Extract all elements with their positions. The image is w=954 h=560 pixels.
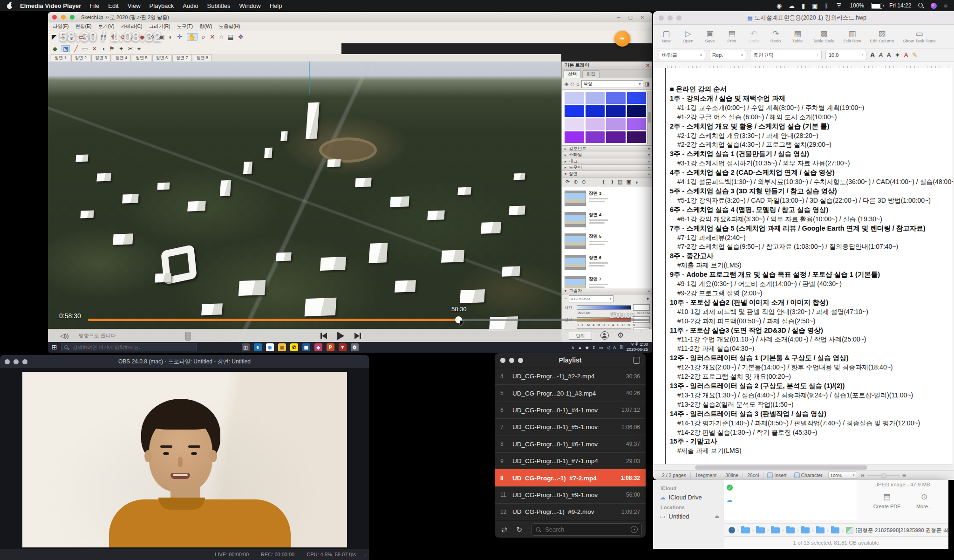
airplay-icon[interactable] <box>600 331 609 340</box>
keyboard-status-icon[interactable]: ▣ <box>812 2 818 9</box>
webcam-preview[interactable] <box>22 372 347 547</box>
sketchup-tool-icon[interactable]: ◆ <box>53 46 57 52</box>
obs-window[interactable]: OBS 24.0.8 (mac) - 프로파일: Untitled - 장면: … <box>0 355 369 560</box>
units-box[interactable]: 단위 <box>569 332 592 340</box>
playlist-row[interactable]: 11 UD_CG-Progr...0-1)_#9-1.mov 56:00 <box>495 486 646 503</box>
playlist-search-field[interactable]: ▾ <box>532 523 642 536</box>
bold-button[interactable]: A <box>870 51 875 59</box>
ime-korean-label[interactable]: 한 <box>619 344 624 350</box>
scene-tab[interactable]: 장면 1 <box>51 54 70 61</box>
sketchup-menu-item[interactable]: 카메라(C) <box>121 23 142 29</box>
styles-icon[interactable]: ❖ <box>238 34 244 40</box>
tray-section-collapsed[interactable]: ▸ 태그 ▾ <box>562 158 652 165</box>
menu-item[interactable]: Audio <box>183 2 198 9</box>
scene-list-item[interactable]: 장면 6 <box>565 253 650 275</box>
sketchup-tool-icon[interactable]: ⚑ <box>109 46 115 52</box>
hwp-toolbar-button[interactable]: ▣ Save <box>703 29 716 44</box>
close-icon[interactable] <box>52 15 57 20</box>
menu-item[interactable]: Playback <box>150 2 174 9</box>
apple-menu-icon[interactable] <box>7 2 13 9</box>
paint-sample-icon[interactable]: ◨ <box>645 81 650 87</box>
tray-section-collapsed[interactable]: ▸ 컴포넌트 ▾ <box>562 146 652 152</box>
wifi-icon[interactable] <box>835 3 843 8</box>
control-center-icon[interactable]: ≡ <box>944 2 947 9</box>
bookmark-status-icon[interactable]: ▮ <box>802 2 805 9</box>
refresh-scene-icon[interactable]: ⟳ <box>566 179 570 185</box>
zoom-slider[interactable] <box>867 475 899 476</box>
battery-icon[interactable] <box>871 3 882 9</box>
shuffle-icon[interactable]: ⇄ <box>501 526 507 534</box>
sketchup-tool-icon[interactable]: ✦ <box>119 46 124 52</box>
taskbar-app-icon[interactable]: ◆ <box>314 343 322 351</box>
taskbar-app-icon[interactable]: ▦ <box>302 343 310 351</box>
hwp-toolbar-button[interactable]: ↷ Redo <box>769 29 782 44</box>
paint-tool-icon[interactable]: ◐ <box>169 34 173 40</box>
scene-view-icon[interactable]: ◑ <box>635 179 638 185</box>
scene-tab[interactable]: 장면 2 <box>71 54 91 61</box>
folder-icon[interactable] <box>756 527 764 533</box>
playlist-row[interactable]: II UD_CG-Progr...-1)_#7-2.mp4 1:08:32 <box>495 469 646 486</box>
minimize-icon[interactable] <box>61 15 66 20</box>
sketchup-menu-item[interactable]: 파일(F) <box>53 23 68 29</box>
move-scene-left-icon[interactable]: ❨ <box>602 179 606 185</box>
sketchup-tool-icon[interactable]: ✂ <box>128 46 133 52</box>
scene-options-icon[interactable]: ▤ <box>618 179 622 185</box>
menu-bar-clock[interactable]: Fri 14:22 <box>889 2 911 9</box>
tray-tab-edit[interactable]: 편집 <box>582 70 600 78</box>
taskbar-app-icon[interactable]: P <box>327 343 334 351</box>
collapse-icon[interactable]: ▴ <box>648 289 650 293</box>
create-pdf-button[interactable]: ▤ Create PDF <box>873 492 900 509</box>
expand-icon[interactable]: ▾ <box>648 147 650 151</box>
playlist-window[interactable]: Playlist 4 UD_CG-Progr...-1)_#2-2.mp4 30… <box>495 353 646 538</box>
scene-tab[interactable]: 장면 4 <box>112 54 131 61</box>
seek-bar[interactable]: 58:30 <box>88 319 650 321</box>
zoom-extents-icon[interactable]: ✕ <box>210 34 215 40</box>
playlist-row[interactable]: 8 UD_CG-Progr...0-1)_#6-1.mov 49:37 <box>495 436 646 452</box>
settings-gear-icon[interactable]: ⚙ <box>617 331 624 340</box>
sidebar-item-untitled[interactable]: ▭ Untitled ⏏ <box>653 511 724 522</box>
folder-icon[interactable] <box>801 527 810 533</box>
collapse-icon[interactable]: ▴ <box>648 172 650 176</box>
color-swatch[interactable] <box>606 118 626 130</box>
style-combo[interactable]: 바탕글▾ <box>659 50 705 60</box>
sketchup-menu-item[interactable]: 도움말(H) <box>218 23 240 29</box>
select-tool-icon[interactable]: ◤ <box>52 34 57 40</box>
expand-icon[interactable]: ▾ <box>648 165 650 170</box>
color-swatch[interactable] <box>565 105 584 117</box>
sketchup-tool-icon[interactable]: ▭ <box>82 46 88 52</box>
scene-tab[interactable]: 장면 7 <box>172 54 192 61</box>
tray-upload-icon[interactable]: ↥ <box>592 345 596 350</box>
windows-search-input[interactable] <box>72 344 190 350</box>
finder-window[interactable]: iCloud ☁ iCloud Drive Locations ▭ Untitl… <box>653 480 948 549</box>
folder-icon[interactable] <box>771 527 779 533</box>
play-button[interactable] <box>337 332 344 340</box>
scene-list-item[interactable]: 장면 7 <box>565 275 650 288</box>
color-swatch[interactable] <box>565 92 584 104</box>
sketchup-tool-icon[interactable]: ✕ <box>92 46 97 52</box>
playlist-search-input[interactable] <box>544 526 628 533</box>
hwp-toolbar-button[interactable]: ↶ Undo <box>747 29 760 44</box>
color-swatch[interactable] <box>627 118 647 130</box>
hwp-toolbar-button[interactable]: ▭ Show Task Pane <box>903 29 936 44</box>
taskbar-clock[interactable]: 오후 1:302020-06-25 <box>627 342 648 353</box>
sketchup-menu-item[interactable]: 편집(E) <box>75 23 91 29</box>
document-page[interactable]: ■ 온라인 강의 순서1주 - 강의소개 / 실습 및 재택수업 과제#1-1강… <box>653 68 953 464</box>
scrollbar-thumb[interactable] <box>695 465 867 470</box>
search-filter-chevron-icon[interactable]: ▾ <box>631 526 638 533</box>
menu-item[interactable]: Edit <box>108 2 118 9</box>
show-desktop-strip[interactable] <box>650 341 652 353</box>
sketchup-menu-item[interactable]: 그리기(R) <box>149 23 170 29</box>
pan-tool-icon[interactable]: ✋ <box>187 33 198 41</box>
tray-volume-icon[interactable]: ◁ <box>606 345 610 350</box>
path-current-file[interactable]: [권형준-21825998]21925998 권형준 최 <box>856 527 948 534</box>
color-swatch[interactable] <box>606 92 626 104</box>
character-mode-label[interactable]: Character <box>801 472 823 478</box>
scene-tab[interactable]: 장면 5 <box>132 54 151 61</box>
zoom-in-icon[interactable]: ⊕ <box>902 472 906 478</box>
eject-icon[interactable]: ⏏ <box>715 514 719 519</box>
scene-tab[interactable]: 장면 8 <box>193 54 212 61</box>
tray-header[interactable]: 기본 트레이 ✕ <box>562 61 652 69</box>
material-dropdown[interactable]: 색상▾ <box>581 80 643 88</box>
scene-tab[interactable]: 장면 3 <box>91 54 111 61</box>
hwp-toolbar-button[interactable]: ▩ Table Style <box>813 29 834 44</box>
